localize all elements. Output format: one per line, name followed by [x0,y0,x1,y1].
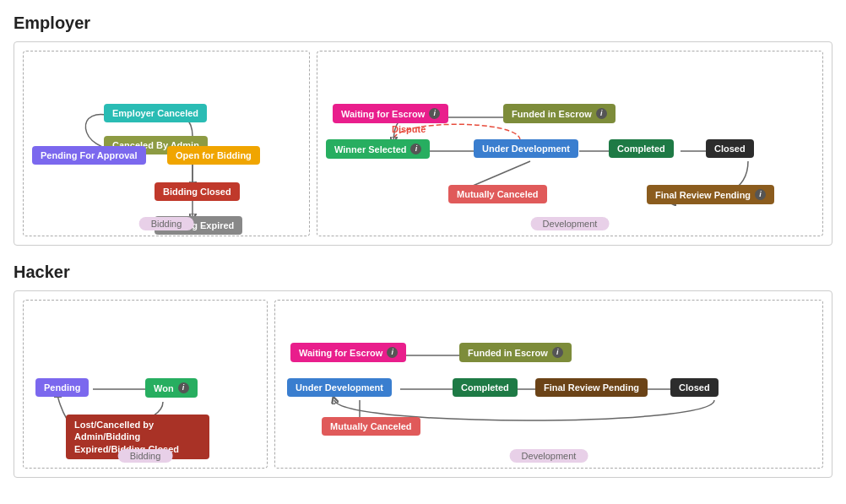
node-final-review-hacker: Final Review Pending [535,378,648,397]
info-icon-funded-hacker: i [552,347,563,358]
node-funded-escrow-emp: Funded in Escrow i [503,104,616,123]
node-final-review-emp: Final Review Pending i [647,185,774,204]
hacker-development-section: Waiting for Escrow i Funded in Escrow i … [274,300,823,469]
node-bidding-closed: Bidding Closed [155,182,240,201]
employer-bidding-section: Employer Canceled Canceled By Admin Pend… [23,51,310,236]
node-completed-emp: Completed [609,139,674,158]
employer-diagram: Employer Canceled Canceled By Admin Pend… [14,41,832,246]
hacker-diagram: Pending Won i Lost/Cancelled by Admin/Bi… [14,290,832,478]
node-employer-canceled: Employer Canceled [104,104,207,122]
dispute-label: Dispute [392,124,426,134]
node-open-for-bidding: Open for Bidding [167,146,260,165]
node-under-development-emp: Under Development [474,139,578,158]
hacker-bidding-section: Pending Won i Lost/Cancelled by Admin/Bi… [23,300,268,469]
node-mutually-canceled-emp: Mutually Canceled [448,185,547,203]
node-closed-hacker: Closed [670,378,719,397]
bidding-label-hacker: Bidding [118,449,173,463]
info-icon-winner-selected: i [410,144,421,154]
node-pending-for-approval: Pending For Approval [32,146,146,165]
node-winner-selected: Winner Selected i [326,139,430,159]
development-label-employer: Development [531,217,610,230]
development-label-hacker: Development [510,449,588,463]
employer-development-section: Dispute Waiting for Escrow i Funded in E… [317,51,823,236]
info-icon-waiting-escrow: i [429,108,440,119]
node-completed-hacker: Completed [453,378,518,397]
info-icon-final-review: i [755,189,766,200]
info-icon-won: i [178,382,189,393]
node-under-dev-hacker: Under Development [287,378,392,397]
employer-title: Employer [14,14,832,33]
hacker-title: Hacker [14,263,832,282]
info-icon-waiting-hacker: i [387,347,398,358]
node-waiting-escrow-emp: Waiting for Escrow i [333,104,448,123]
node-won: Won i [145,378,198,398]
bidding-label-employer: Bidding [139,217,194,230]
node-closed-emp: Closed [706,139,754,158]
node-mutually-canceled-hacker: Mutually Canceled [322,417,420,436]
node-waiting-escrow-hacker: Waiting for Escrow i [290,343,406,362]
node-pending: Pending [35,378,89,397]
node-funded-escrow-hacker: Funded in Escrow i [459,343,572,362]
info-icon-funded-escrow: i [596,108,607,119]
